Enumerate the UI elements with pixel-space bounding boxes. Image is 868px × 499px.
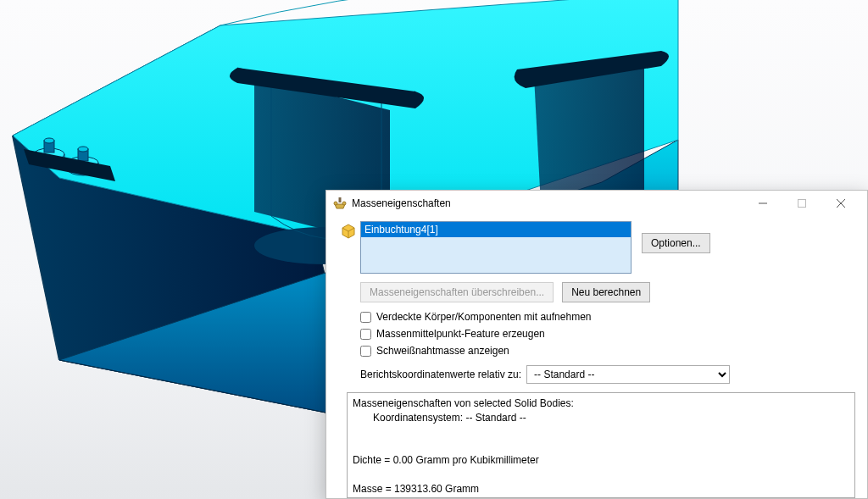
mass-properties-dialog: Masseneigenschaften Einbuchtung4[1] Op: [326, 190, 868, 499]
svg-point-14: [334, 202, 337, 205]
show-weld-mass-checkbox[interactable]: Schweißnahtmasse anzeigen: [360, 345, 857, 357]
svg-rect-17: [798, 200, 806, 208]
window-maximize-button: [782, 191, 821, 216]
svg-line-19: [837, 199, 845, 208]
svg-point-12: [78, 147, 88, 152]
svg-point-15: [342, 202, 346, 205]
results-header: Masseneigenschaften von selected Solid B…: [353, 397, 574, 409]
results-coordsys: Koordinatensystem: -- Standard --: [353, 411, 849, 425]
results-textbox[interactable]: Masseneigenschaften von selected Solid B…: [347, 392, 855, 498]
close-icon: [837, 199, 845, 208]
svg-rect-13: [339, 197, 342, 202]
recalculate-button[interactable]: Neu berechnen: [562, 282, 650, 302]
include-hidden-label: Verdeckte Körper/Komponenten mit aufnehm…: [376, 311, 592, 323]
mass-properties-icon: [333, 197, 347, 210]
part-document-icon: [337, 221, 360, 240]
create-com-feature-checkbox[interactable]: Massenmittelpunkt-Feature erzeugen: [360, 328, 857, 340]
dialog-title: Masseneigenschaften: [352, 197, 451, 209]
dialog-titlebar[interactable]: Masseneigenschaften: [326, 191, 867, 216]
create-com-feature-input[interactable]: [360, 329, 371, 340]
coord-system-label: Berichtskoordinatenwerte relativ zu:: [360, 369, 521, 380]
show-weld-mass-label: Schweißnahtmasse anzeigen: [376, 345, 509, 357]
results-density: Dichte = 0.00 Gramm pro Kubikmillimeter: [353, 454, 539, 466]
show-weld-mass-input[interactable]: [360, 346, 371, 357]
include-hidden-input[interactable]: [360, 312, 371, 323]
svg-point-6: [44, 138, 54, 143]
results-mass: Masse = 139313.60 Gramm: [353, 483, 479, 495]
coord-system-select[interactable]: -- Standard --: [526, 365, 730, 384]
create-com-feature-label: Massenmittelpunkt-Feature erzeugen: [376, 328, 545, 340]
minimize-icon: [759, 199, 767, 208]
svg-line-18: [837, 199, 845, 208]
include-hidden-checkbox[interactable]: Verdeckte Körper/Komponenten mit aufnehm…: [360, 311, 857, 323]
window-close-button[interactable]: [821, 191, 860, 216]
maximize-icon: [798, 199, 806, 208]
selected-items-list[interactable]: Einbuchtung4[1]: [360, 221, 632, 274]
window-minimize-button[interactable]: [743, 191, 782, 216]
override-mass-properties-button: Masseneigenschaften überschreiben...: [360, 282, 554, 302]
options-button[interactable]: Optionen...: [642, 233, 710, 253]
selected-item[interactable]: Einbuchtung4[1]: [361, 222, 631, 237]
